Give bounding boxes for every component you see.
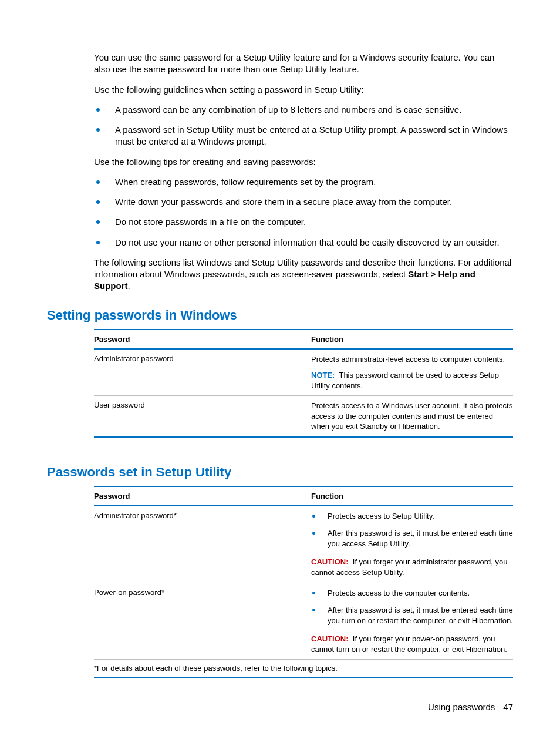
intro-block: You can use the same password for a Setu… bbox=[94, 52, 513, 293]
list-item: A password set in Setup Utility must be … bbox=[94, 124, 513, 148]
paragraph: Use the following tips for creating and … bbox=[94, 156, 513, 168]
table-header: Password Function bbox=[94, 487, 513, 506]
list-item: Do not store passwords in a file on the … bbox=[94, 216, 513, 228]
cell-function: Protects access to the computer contents… bbox=[311, 588, 513, 655]
paragraph: Use the following guidelines when settin… bbox=[94, 84, 513, 96]
paragraph: The following sections list Windows and … bbox=[94, 257, 513, 293]
caution-label: CAUTION: bbox=[311, 557, 349, 566]
list-item: After this password is set, it must be e… bbox=[311, 605, 513, 626]
cell-password-name: Administrator password* bbox=[94, 511, 311, 578]
list-item: Protects access to the computer contents… bbox=[311, 588, 513, 599]
list-item: Protects access to Setup Utility. bbox=[311, 511, 513, 522]
section-heading-windows-passwords: Setting passwords in Windows bbox=[47, 308, 513, 323]
list-item: A password can be any combination of up … bbox=[94, 104, 513, 116]
column-header-function: Function bbox=[311, 335, 513, 344]
note-text: This password cannot be used to access S… bbox=[311, 371, 499, 390]
text-span: . bbox=[128, 281, 130, 291]
list-item: After this password is set, it must be e… bbox=[311, 528, 513, 549]
cell-function: Protects administrator-level access to c… bbox=[311, 354, 513, 391]
cell-function: Protects access to Setup Utility. After … bbox=[311, 511, 513, 578]
table-row: Administrator password Protects administ… bbox=[94, 350, 513, 396]
page-number: 47 bbox=[503, 702, 513, 712]
section-heading-setup-utility-passwords: Passwords set in Setup Utility bbox=[47, 465, 513, 480]
list-item: When creating passwords, follow requirem… bbox=[94, 176, 513, 188]
caution-label: CAUTION: bbox=[311, 634, 349, 643]
cell-password-name: Administrator password bbox=[94, 354, 311, 391]
cell-password-name: Power-on password* bbox=[94, 588, 311, 655]
guideline-list: A password can be any combination of up … bbox=[94, 104, 513, 148]
footer-section-label: Using passwords bbox=[428, 702, 495, 712]
table-row: Power-on password* Protects access to th… bbox=[94, 583, 513, 660]
table-footnote: *For details about each of these passwor… bbox=[94, 660, 513, 677]
tips-list: When creating passwords, follow requirem… bbox=[94, 176, 513, 248]
list-item: Do not use your name or other personal i… bbox=[94, 237, 513, 248]
cell-function: Protects access to a Windows user accoun… bbox=[311, 401, 513, 432]
document-page: You can use the same password for a Setu… bbox=[0, 0, 560, 746]
caution-block: CAUTION: If you forget your power-on pas… bbox=[311, 634, 513, 654]
paragraph: You can use the same password for a Setu… bbox=[94, 52, 513, 76]
note-label: NOTE: bbox=[311, 371, 335, 379]
column-header-password: Password bbox=[94, 335, 311, 344]
function-bullets: Protects access to Setup Utility. After … bbox=[311, 511, 513, 549]
cell-text: Protects administrator-level access to c… bbox=[311, 354, 513, 365]
note-block: NOTE: This password cannot be used to ac… bbox=[311, 370, 513, 391]
windows-passwords-table: Password Function Administrator password… bbox=[94, 329, 513, 438]
caution-block: CAUTION: If you forget your administrato… bbox=[311, 557, 513, 577]
cell-password-name: User password bbox=[94, 401, 311, 432]
column-header-password: Password bbox=[94, 492, 311, 500]
list-item: Write down your passwords and store them… bbox=[94, 196, 513, 208]
table-row: User password Protects access to a Windo… bbox=[94, 396, 513, 436]
function-bullets: Protects access to the computer contents… bbox=[311, 588, 513, 626]
column-header-function: Function bbox=[311, 492, 513, 500]
page-footer: Using passwords47 bbox=[428, 702, 513, 712]
table-header: Password Function bbox=[94, 330, 513, 350]
cell-text: Protects access to a Windows user accoun… bbox=[311, 401, 513, 432]
table-row: Administrator password* Protects access … bbox=[94, 506, 513, 583]
setup-utility-passwords-table: Password Function Administrator password… bbox=[94, 486, 513, 678]
